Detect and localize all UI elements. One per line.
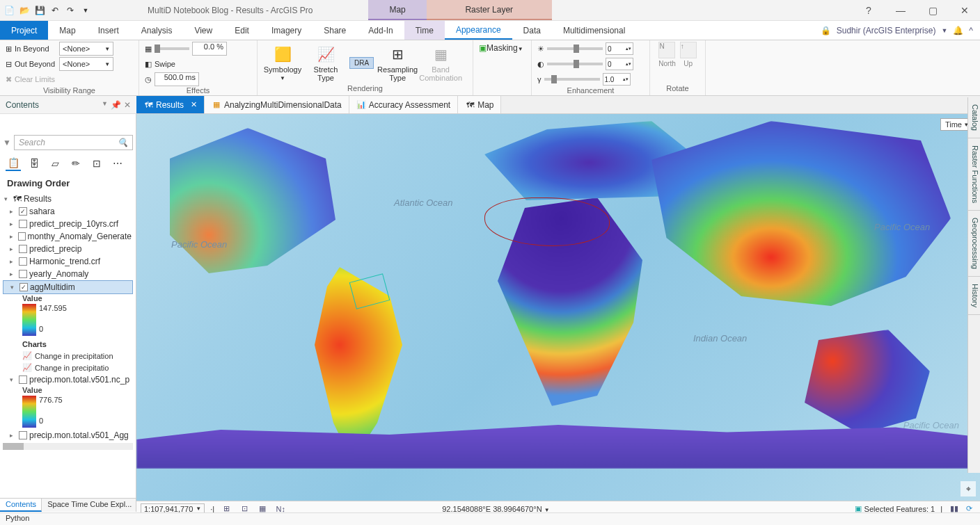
layer-item[interactable]: ▸yearly_Anomaly xyxy=(3,268,133,280)
masking-button[interactable]: ▣Masking▼ xyxy=(479,43,523,53)
layer-checkbox[interactable] xyxy=(19,257,27,266)
tab-edit[interactable]: Edit xyxy=(223,21,260,40)
stretch-type-button[interactable]: 📈 Stretch Type xyxy=(306,42,345,84)
tab-appearance[interactable]: Appearance xyxy=(445,21,512,40)
brightness-slider[interactable] xyxy=(547,47,603,50)
dra-button[interactable]: DRA xyxy=(349,57,374,69)
contents-list-by-toolbar: 📋 🗄 ▱ ✏ ⊡ ⋯ xyxy=(0,153,136,174)
tab-analysis[interactable]: Analysis xyxy=(130,21,184,40)
contents-footer-tab[interactable]: Contents xyxy=(0,499,42,512)
list-by-editing-icon[interactable]: ✏ xyxy=(68,156,84,171)
close-icon[interactable]: ✕ xyxy=(124,100,131,110)
geoprocessing-tab[interactable]: Geoprocessing xyxy=(968,211,980,277)
undo-icon[interactable]: ↶ xyxy=(49,4,61,17)
view-tab-notebook[interactable]: ▦ AnalyzingMultiDimensionalData xyxy=(205,96,349,113)
search-input[interactable]: Search 🔍 xyxy=(14,135,133,150)
layer-item[interactable]: ▸✓sahara xyxy=(3,205,133,218)
layer-checkbox[interactable] xyxy=(19,375,27,384)
space-time-cube-tab[interactable]: Space Time Cube Expl... xyxy=(42,499,136,512)
context-tab-map[interactable]: Map xyxy=(368,0,426,20)
view-tab-map[interactable]: 🗺 Map xyxy=(458,96,501,113)
layer-item[interactable]: ▾precip.mon.total.v501.nc_p xyxy=(3,373,133,386)
layer-item-selected[interactable]: ▾✓aggMultidim xyxy=(3,280,133,294)
list-by-selection-icon[interactable]: ▱ xyxy=(47,156,63,171)
help-icon[interactable]: ? xyxy=(856,1,881,19)
list-by-source-icon[interactable]: 🗄 xyxy=(26,156,42,171)
open-project-icon[interactable]: 📂 xyxy=(18,4,31,17)
gamma-slider[interactable] xyxy=(544,78,600,81)
layer-item[interactable]: ▸monthy_Anomaly_Generate xyxy=(3,230,133,243)
close-icon[interactable]: ✕ xyxy=(952,1,977,19)
dropdown-icon[interactable]: ▼ xyxy=(102,100,108,110)
save-icon[interactable]: 💾 xyxy=(33,4,46,17)
catalog-tab[interactable]: Catalog xyxy=(968,97,980,138)
flicker-input[interactable]: 500.0 ms xyxy=(155,72,199,86)
layer-item[interactable]: ▸Harmonic_trend.crf xyxy=(3,255,133,268)
transparency-input[interactable]: 0.0 % xyxy=(192,42,227,56)
tab-view[interactable]: View xyxy=(183,21,223,40)
tab-insert[interactable]: Insert xyxy=(87,21,130,40)
symbology-button[interactable]: 🟨 Symbology▼ xyxy=(263,42,302,84)
coordinates-display[interactable]: 92.1548088°E 38.9964670°N ▼ xyxy=(442,505,549,513)
tab-time[interactable]: Time xyxy=(404,21,445,40)
north-icon: N xyxy=(658,42,675,58)
chart-item[interactable]: 📈Change in precipitation xyxy=(3,350,133,362)
view-tab-accuracy[interactable]: 📊 Accuracy Assessment xyxy=(349,96,458,113)
layer-checkbox[interactable] xyxy=(18,232,26,241)
tab-share[interactable]: Share xyxy=(313,21,357,40)
layer-checkbox[interactable]: ✓ xyxy=(19,207,27,216)
layer-checkbox[interactable] xyxy=(19,431,27,439)
layer-checkbox[interactable] xyxy=(19,245,27,253)
horizontal-scrollbar[interactable] xyxy=(3,443,133,450)
brightness-input[interactable]: 0▴▾ xyxy=(606,42,633,55)
tab-project[interactable]: Project xyxy=(0,21,48,40)
main-tab-bar: Project Map Insert Analysis View Edit Im… xyxy=(0,21,980,40)
tab-multidimensional[interactable]: Multidimensional xyxy=(552,21,636,40)
user-chevron-down-icon[interactable]: ▼ xyxy=(941,27,947,34)
layer-checkbox[interactable] xyxy=(19,270,27,278)
more-icon[interactable]: ⋯ xyxy=(110,156,125,171)
history-tab[interactable]: History xyxy=(968,277,980,315)
minimize-icon[interactable]: — xyxy=(888,1,913,19)
map-frame-item[interactable]: ▾🗺Results xyxy=(3,193,133,205)
navigator-icon[interactable]: ⌖ xyxy=(961,481,976,496)
pin-icon[interactable]: 📌 xyxy=(111,100,121,110)
ribbon-collapse-icon[interactable]: ^ xyxy=(969,26,973,35)
swipe-label[interactable]: Swipe xyxy=(155,60,175,68)
close-tab-icon[interactable]: ✕ xyxy=(191,100,197,109)
out-beyond-combo[interactable]: <None>▼ xyxy=(59,57,113,71)
contrast-slider[interactable] xyxy=(547,63,603,65)
transparency-slider[interactable] xyxy=(155,47,189,50)
qat-dropdown-icon[interactable]: ▼ xyxy=(79,4,92,17)
user-name[interactable]: Sudhir (ArcGIS Enterprise) xyxy=(837,26,936,35)
map-view[interactable]: Pacific Ocean Atlantic Ocean Indian Ocea… xyxy=(136,114,980,501)
view-tab-results[interactable]: 🗺 Results ✕ xyxy=(136,96,205,113)
tab-imagery[interactable]: Imagery xyxy=(260,21,313,40)
new-project-icon[interactable]: 📄 xyxy=(3,4,15,17)
contrast-input[interactable]: 0▴▾ xyxy=(606,58,633,70)
layer-item[interactable]: ▸predict_precip xyxy=(3,243,133,255)
rotate-up-button[interactable]: ↑Up xyxy=(680,42,697,67)
layer-checkbox[interactable] xyxy=(19,220,27,228)
filter-icon[interactable]: ▼ xyxy=(3,138,11,147)
layer-item[interactable]: ▸predict_precip_10yrs.crf xyxy=(3,218,133,230)
context-tab-raster[interactable]: Raster Layer xyxy=(427,0,552,20)
redo-icon[interactable]: ↷ xyxy=(64,4,77,17)
band-combination-button[interactable]: ▦ Band Combination xyxy=(421,42,460,84)
notifications-icon[interactable]: 🔔 xyxy=(953,26,963,35)
layer-checkbox[interactable]: ✓ xyxy=(19,283,28,291)
gamma-input[interactable]: 1.0▴▾ xyxy=(603,73,631,86)
list-by-snapping-icon[interactable]: ⊡ xyxy=(89,156,104,171)
value-label: Value xyxy=(3,294,133,302)
raster-functions-tab[interactable]: Raster Functions xyxy=(968,138,980,211)
in-beyond-combo[interactable]: <None>▼ xyxy=(59,42,113,56)
chart-item[interactable]: 📈Change in precipitatio xyxy=(3,362,133,373)
layer-item[interactable]: ▸precip.mon.total.v501_Agg xyxy=(3,429,133,442)
tab-data[interactable]: Data xyxy=(512,21,552,40)
list-by-drawing-order-icon[interactable]: 📋 xyxy=(6,156,21,171)
maximize-icon[interactable]: ▢ xyxy=(920,1,945,19)
tab-map[interactable]: Map xyxy=(48,21,86,40)
tab-addin[interactable]: Add-In xyxy=(357,21,404,40)
resampling-type-button[interactable]: ⊞ Resampling Type xyxy=(378,42,417,84)
rotate-north-button[interactable]: NNorth xyxy=(658,42,675,67)
